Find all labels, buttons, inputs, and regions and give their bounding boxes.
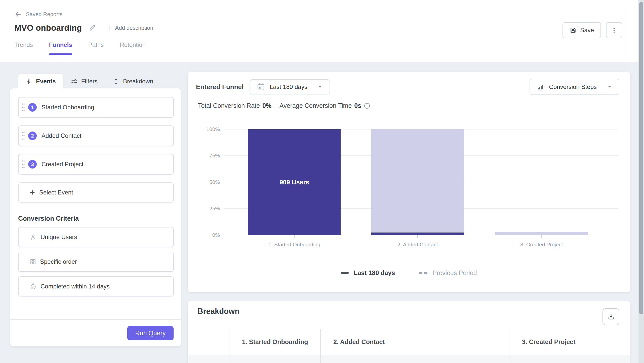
solid-line-swatch [341,272,349,274]
x-axis-tick [417,235,418,238]
total-conversion-rate: Total Conversion Rate 0% [198,102,271,109]
chart-view-dropdown[interactable]: Conversion Steps [530,79,619,95]
up-down-arrows-icon [113,78,119,85]
scrollbar-thumb[interactable] [639,2,643,314]
x-axis-tick [541,235,542,238]
tab-retention[interactable]: Retention [120,41,146,55]
total-conversion-rate-value: 0% [262,102,271,109]
y-axis-tick-label: 50% [200,179,220,185]
stopwatch-icon [30,283,37,290]
person-icon [30,234,37,241]
query-panel-footer: Run Query [10,319,181,346]
query-panel: 1 Started Onboarding 2 Added Contact 3 C… [10,88,181,346]
tab-funnels[interactable]: Funnels [49,41,72,55]
top-bar: Saved Reports MVO onboarding Add descrip… [0,0,644,62]
criteria-counting-method[interactable]: Unique Users [18,227,174,247]
chevron-down-icon [607,84,612,90]
save-label: Save [580,27,594,34]
conversion-criteria-heading: Conversion Criteria [18,215,174,222]
x-axis-tick [294,235,295,238]
funnel-report-screen: Saved Reports MVO onboarding Add descrip… [0,0,644,363]
funnel-bar-users-label: 909 Users [248,179,341,186]
breakdown-col-step3: 3. Created Project [509,329,630,355]
bar-chart-icon [537,83,545,91]
criteria-conversion-window[interactable]: Completed within 14 days [18,276,174,296]
edit-title-pencil-icon[interactable] [89,24,96,32]
header-actions: Save [562,22,622,38]
tab-trends[interactable]: Trends [14,41,33,55]
date-range-value: Last 180 days [270,83,307,90]
chevron-down-icon [317,84,323,90]
page-scrollbar [638,0,644,363]
chart-header-row: Entered Funnel Last 180 days [196,79,330,94]
x-axis-category-label: 3. Created Project [520,242,563,248]
title-row: MVO onboarding Add description [14,23,153,33]
criteria-order[interactable]: Specific order [18,252,174,272]
y-axis-tick-label: 75% [200,153,220,159]
tab-paths[interactable]: Paths [88,41,104,55]
y-axis-tick-label: 25% [200,206,220,212]
breakdown-corner-cell [188,329,229,355]
event-name: Started Onboarding [42,104,94,111]
funnel-plot: 100%75%50%25%0%909 Users1. Started Onboa… [224,129,618,235]
chart-view-value: Conversion Steps [549,83,597,90]
funnel-chart-card: Entered Funnel Last 180 days Conversion … [188,72,630,292]
step-number-badge: 3 [28,160,37,169]
back-to-saved-reports-link[interactable]: Saved Reports [14,11,63,18]
event-name: Created Project [42,161,84,168]
page-title: MVO onboarding [14,23,82,33]
step-number-badge: 1 [28,103,37,112]
funnel-bar-current-step-1[interactable]: 909 Users [248,129,341,235]
breakdown-table: 1. Started Onboarding 2. Added Contact 3… [188,329,630,363]
more-options-button[interactable] [606,22,622,38]
average-conversion-time-value: 0s [354,102,361,109]
date-range-dropdown[interactable]: Last 180 days [250,79,330,94]
drag-handle-icon[interactable] [21,160,25,169]
kebab-icon [611,27,618,34]
back-label: Saved Reports [26,11,63,18]
y-axis-tick-label: 100% [200,126,220,132]
x-axis-category-label: 1. Started Onboarding [268,242,320,248]
funnel-bar-current-step-2[interactable] [371,233,464,235]
grid-icon [30,258,36,265]
breakdown-row-cell [229,355,320,363]
run-query-button[interactable]: Run Query [127,326,174,340]
info-icon[interactable] [364,103,370,109]
back-arrow-icon [14,11,22,18]
panel-tab-breakdown[interactable]: Breakdown [105,74,161,88]
chart-legend: Last 180 days Previous Period [188,269,630,277]
x-axis-category-label: 2. Added Contact [397,242,438,248]
legend-current-period[interactable]: Last 180 days [341,269,395,277]
save-button[interactable]: Save [562,22,601,38]
breakdown-row-cell [188,355,229,363]
panel-tab-filters[interactable]: Filters [63,74,105,88]
report-type-tabs: Trends Funnels Paths Retention [14,41,146,55]
drag-handle-icon[interactable] [21,131,25,140]
add-description-button[interactable]: Add description [106,25,153,31]
download-csv-button[interactable] [602,308,619,325]
floppy-disk-icon [570,27,577,34]
drag-handle-icon[interactable] [21,103,25,112]
entered-funnel-label: Entered Funnel [196,83,244,91]
step-number-badge: 2 [28,131,37,140]
funnel-stats-row: Total Conversion Rate 0% Average Convers… [198,102,370,109]
funnel-bar-previous-step-2[interactable] [371,129,464,235]
lightning-bolt-icon [26,78,32,85]
average-conversion-time: Average Conversion Time 0s [279,102,370,109]
breakdown-row-cell [509,355,630,363]
select-event-button[interactable]: Select Event [18,182,174,203]
panel-tab-events[interactable]: Events [18,74,63,88]
y-axis-tick-label: 0% [200,232,220,238]
event-step-3[interactable]: 3 Created Project [18,154,174,175]
funnel-bar-previous-step-3[interactable] [495,232,588,235]
event-step-2[interactable]: 2 Added Contact [18,125,174,146]
event-name: Added Contact [42,132,82,139]
download-icon [607,313,615,321]
breakdown-col-step1: 1. Started Onboarding [229,329,320,355]
breakdown-col-step2: 2. Added Contact [320,329,509,355]
plus-icon [29,189,36,196]
sliders-icon [71,78,77,85]
query-panel-tabs: Events Filters Breakdown [18,74,161,88]
legend-previous-period[interactable]: Previous Period [419,269,477,277]
event-step-1[interactable]: 1 Started Onboarding [18,97,174,118]
